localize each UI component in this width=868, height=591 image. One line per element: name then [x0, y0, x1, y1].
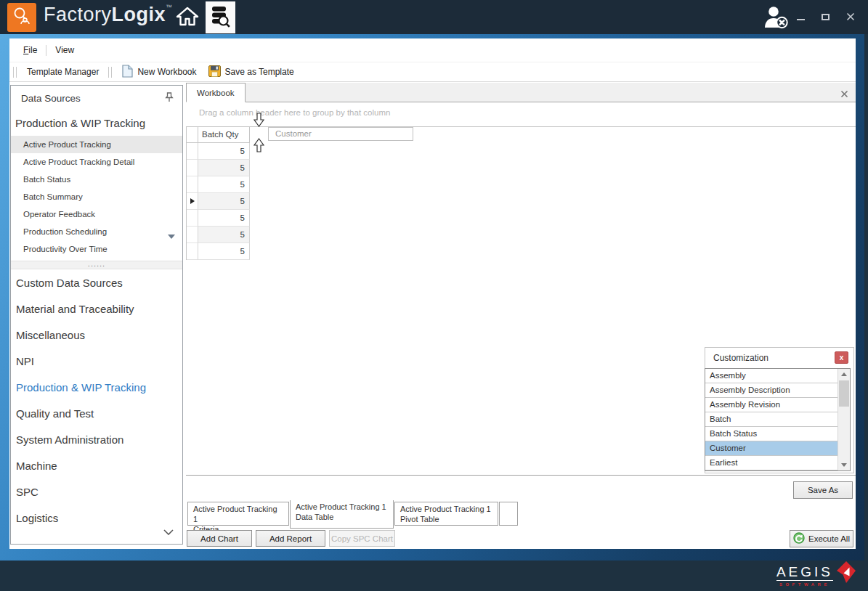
sidebar-item-productivity-over-time[interactable]: Productivity Over Time — [11, 240, 182, 258]
sidebar-item-batch-status[interactable]: Batch Status — [11, 171, 182, 188]
table-row[interactable]: 5 — [187, 193, 250, 210]
field-assembly[interactable]: Assembly — [705, 369, 837, 383]
more-arrow-icon[interactable] — [168, 235, 175, 239]
scroll-chevron-icon[interactable] — [163, 525, 174, 538]
execute-all-button[interactable]: Execute All — [790, 530, 853, 547]
table-row[interactable]: 5 — [187, 243, 250, 260]
tab-criteria[interactable]: Active Product Tracking 1Criteria — [187, 502, 289, 526]
minimize-icon — [797, 19, 805, 20]
batch-qty-cell[interactable]: 5 — [198, 143, 250, 160]
minimize-button[interactable] — [797, 15, 805, 20]
sidebar-item-active-product-tracking[interactable]: Active Product Tracking — [11, 136, 182, 153]
close-button[interactable] — [846, 11, 855, 24]
maximize-button[interactable] — [822, 14, 830, 20]
batch-qty-cell[interactable]: 5 — [198, 210, 250, 227]
sidebar-item-batch-summary[interactable]: Batch Summary — [11, 188, 182, 205]
batch-qty-cell[interactable]: 5 — [198, 227, 250, 243]
data-explorer-button[interactable] — [206, 1, 235, 33]
app-title: FactoryLogix™ — [44, 4, 173, 26]
field-customer[interactable]: Customer — [705, 441, 837, 456]
group-by-hint[interactable]: Drag a column header here to group by th… — [199, 108, 390, 117]
new-workbook-button[interactable]: New Workbook — [116, 62, 202, 82]
user-signout-button[interactable] — [761, 5, 792, 30]
customization-title: Customization — [713, 353, 768, 363]
dragged-column-header-customer[interactable]: Customer — [268, 127, 413, 141]
tab-close-button[interactable] — [840, 88, 848, 101]
batch-qty-cell[interactable]: 5 — [198, 176, 250, 193]
aegis-sub-text: SOFTWARE — [779, 582, 830, 587]
category-machine[interactable]: Machine — [11, 452, 182, 478]
sidebar-item-production-scheduling[interactable]: Production Scheduling — [11, 223, 182, 240]
row-indicator-cell — [187, 160, 198, 176]
home-icon — [176, 7, 199, 29]
table-row[interactable]: 5 — [187, 210, 250, 227]
category-logistics[interactable]: Logistics — [11, 505, 182, 531]
customization-scrollbar[interactable] — [837, 369, 850, 470]
tab-data-table[interactable]: Active Product Tracking 1Data Table — [290, 500, 394, 529]
sidebar-item-active-product-tracking-detail[interactable]: Active Product Tracking Detail — [11, 153, 182, 171]
customization-close-button[interactable]: x — [835, 351, 848, 364]
scrollbar-thumb[interactable] — [839, 380, 849, 407]
table-row[interactable]: 5 — [187, 176, 250, 193]
category-quality-and-test[interactable]: Quality and Test — [11, 400, 182, 426]
aegis-brand-text: AEGIS — [776, 565, 833, 581]
pin-icon[interactable] — [165, 92, 174, 105]
menu-file[interactable]: File — [17, 42, 44, 58]
save-template-icon — [208, 65, 221, 79]
sidebar-item-operator-feedback[interactable]: Operator Feedback — [11, 205, 182, 223]
toolbar-grip — [108, 67, 112, 78]
maximize-icon — [822, 14, 830, 20]
field-batch-status[interactable]: Batch Status — [705, 427, 837, 441]
new-workbook-icon — [122, 65, 133, 80]
table-row[interactable]: 5 — [187, 143, 250, 160]
save-as-button[interactable]: Save As — [793, 481, 853, 499]
table-row[interactable]: 5 — [187, 227, 250, 243]
menu-view[interactable]: View — [49, 42, 81, 58]
column-header-batch-qty[interactable]: Batch Qty — [198, 127, 250, 143]
field-assembly-description[interactable]: Assembly Description — [705, 383, 837, 398]
category-spc[interactable]: SPC — [11, 478, 182, 505]
scroll-up-button[interactable] — [838, 369, 850, 380]
category-custom-data-sources[interactable]: Custom Data Sources — [11, 269, 182, 296]
scroll-down-button[interactable] — [838, 460, 850, 470]
drop-above-icon — [253, 113, 264, 130]
workbook-tabstrip: Workbook — [186, 83, 856, 102]
data-sources-title: Data Sources — [21, 93, 81, 104]
category-production-wip-tracking[interactable]: Production & WIP Tracking — [11, 374, 182, 400]
field-earliest[interactable]: Earliest — [705, 456, 837, 470]
aegis-logo: AEGIS SOFTWARE — [776, 561, 856, 587]
sidebar-splitter[interactable]: ...... — [11, 261, 182, 269]
window-controls — [797, 0, 855, 34]
row-indicator-cell — [187, 143, 198, 160]
batch-qty-cell[interactable]: 5 — [198, 243, 250, 260]
tab-pivot-table[interactable]: Active Product Tracking 1Pivot Table — [394, 502, 498, 526]
batch-qty-cell[interactable]: 5 — [198, 160, 250, 176]
customization-panel: Customization x Assembly Assembly Descri… — [705, 347, 854, 473]
tab-workbook[interactable]: Workbook — [186, 83, 246, 102]
row-indicator-icon — [190, 198, 195, 204]
copy-spc-chart-button: Copy SPC Chart — [329, 530, 395, 547]
sidebar-group-title: Production & WIP Tracking — [11, 109, 182, 136]
category-material-and-traceability[interactable]: Material and Traceability — [11, 296, 182, 322]
category-npi[interactable]: NPI — [11, 348, 182, 374]
row-indicator-cell — [187, 227, 198, 243]
data-search-icon — [211, 5, 230, 30]
category-miscellaneous[interactable]: Miscellaneous — [11, 322, 182, 348]
table-row[interactable]: 5 — [187, 160, 250, 176]
field-batch[interactable]: Batch — [705, 412, 837, 427]
home-button[interactable] — [173, 6, 202, 29]
save-as-template-button[interactable]: Save as Template — [203, 63, 300, 81]
batch-qty-cell[interactable]: 5 — [198, 193, 250, 210]
category-system-administration[interactable]: System Administration — [11, 426, 182, 452]
row-indicator-cell — [187, 210, 198, 227]
row-indicator-cell — [187, 176, 198, 193]
user-signout-icon — [761, 20, 792, 32]
app-logo-icon — [12, 6, 32, 29]
add-report-button[interactable]: Add Report — [256, 530, 325, 547]
field-assembly-revision[interactable]: Assembly Revision — [705, 398, 837, 412]
row-indicator-cell — [187, 193, 198, 210]
template-manager-button[interactable]: Template Manager — [21, 65, 105, 79]
data-sources-panel: Data Sources Production & WIP Tracking A… — [10, 85, 183, 545]
workbook-designer-window: File View Template Manager New Workbook … — [0, 34, 864, 561]
add-chart-button[interactable]: Add Chart — [187, 530, 252, 547]
